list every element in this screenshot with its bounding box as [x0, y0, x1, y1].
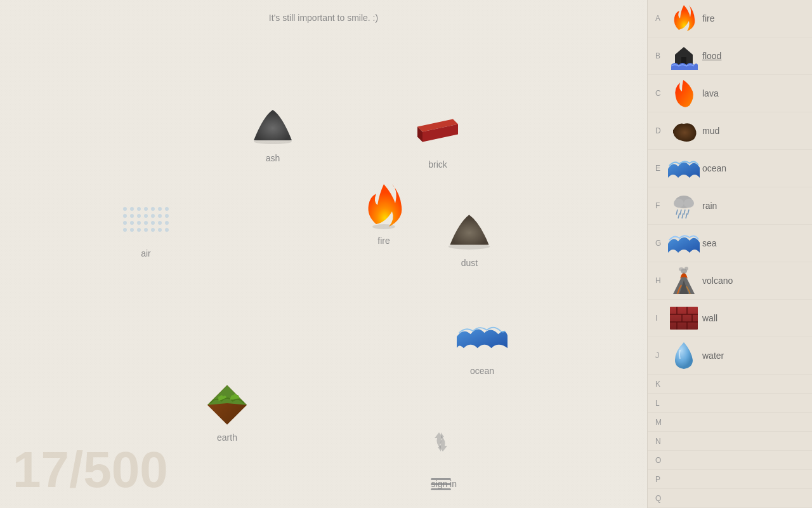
- sidebar-letter-h: H: [655, 276, 668, 285]
- sidebar-rain-icon: [668, 190, 700, 222]
- brick-label: brick: [428, 159, 447, 170]
- sidebar-letter-l: L: [655, 399, 668, 408]
- sidebar-fire-icon: [668, 3, 700, 34]
- sign-in-button[interactable]: sign in: [431, 479, 457, 489]
- recycle-button[interactable]: [425, 429, 457, 457]
- svg-line-11: [678, 213, 679, 218]
- svg-line-9: [684, 210, 685, 215]
- fire-canvas-label: fire: [377, 236, 390, 246]
- sidebar-sea-label: sea: [702, 238, 717, 248]
- sidebar-item-lava[interactable]: C lava: [648, 75, 812, 112]
- sidebar-volcano-icon: [668, 265, 700, 297]
- ash-icon: [247, 98, 298, 149]
- sidebar-letter-a: A: [655, 14, 668, 23]
- svg-point-1: [372, 224, 395, 229]
- svg-line-13: [686, 213, 687, 218]
- sidebar-item-wall[interactable]: I: [648, 300, 812, 337]
- sidebar-item-flood[interactable]: B flood: [648, 37, 812, 75]
- brick-icon: [412, 105, 463, 156]
- score-counter: 17/500: [13, 444, 168, 495]
- sidebar-item-mud[interactable]: D mud: [648, 112, 812, 150]
- sidebar-item-q[interactable]: Q: [648, 489, 812, 508]
- sidebar-sea-icon: [668, 227, 700, 259]
- air-icon: [121, 194, 171, 244]
- svg-line-10: [688, 210, 689, 215]
- svg-point-6: [684, 199, 694, 208]
- sidebar-letter-j: J: [655, 351, 668, 360]
- sidebar-item-n[interactable]: N: [648, 432, 812, 451]
- sidebar-ocean-label: ocean: [702, 163, 726, 173]
- sidebar-flood-icon: [668, 40, 700, 72]
- svg-point-15: [679, 267, 684, 271]
- ash-label: ash: [266, 153, 280, 163]
- dust-icon: [444, 203, 495, 254]
- sidebar-letter-q: Q: [655, 494, 668, 503]
- sidebar-letter-n: N: [655, 437, 668, 446]
- sidebar-letter-f: F: [655, 201, 668, 210]
- svg-point-16: [684, 267, 688, 271]
- sidebar-lava-icon: [668, 77, 700, 109]
- sidebar-flood-label: flood: [702, 51, 721, 61]
- sidebar-letter-e: E: [655, 164, 668, 173]
- sidebar-letter-i: I: [655, 314, 668, 323]
- main-canvas: ash air: [0, 0, 647, 508]
- fire-canvas-icon: [358, 181, 409, 232]
- element-ash[interactable]: ash: [247, 98, 298, 163]
- sidebar-item-m[interactable]: M: [648, 413, 812, 432]
- ocean-canvas-label: ocean: [470, 366, 494, 376]
- element-air[interactable]: air: [121, 194, 171, 258]
- sidebar-letter-k: K: [655, 380, 668, 389]
- element-dust[interactable]: dust: [444, 203, 495, 268]
- sidebar-ocean-icon: [668, 152, 700, 184]
- sidebar-letter-b: B: [655, 51, 668, 60]
- sidebar-item-rain[interactable]: F rain: [648, 187, 812, 225]
- sidebar-letter-o: O: [655, 456, 668, 465]
- element-earth[interactable]: earth: [202, 378, 252, 443]
- sidebar-rain-label: rain: [702, 201, 717, 211]
- sidebar-item-sea[interactable]: G sea: [648, 225, 812, 262]
- svg-line-12: [682, 213, 683, 218]
- svg-line-8: [680, 210, 681, 215]
- sidebar-wall-label: wall: [702, 313, 717, 323]
- sidebar-water-icon: [668, 340, 700, 371]
- earth-icon: [202, 378, 252, 429]
- sidebar-letter-m: M: [655, 418, 668, 427]
- sidebar-item-water[interactable]: J water: [648, 337, 812, 375]
- sidebar-item-fire[interactable]: A fire: [648, 0, 812, 37]
- element-fire[interactable]: fire: [358, 181, 409, 246]
- sidebar-item-k[interactable]: K: [648, 375, 812, 394]
- svg-rect-17: [670, 307, 698, 330]
- earth-label: earth: [217, 432, 237, 443]
- ocean-canvas-icon: [457, 311, 508, 362]
- sidebar-mud-label: mud: [702, 126, 719, 136]
- svg-point-5: [674, 199, 684, 208]
- sidebar-lava-label: lava: [702, 88, 719, 98]
- dust-label: dust: [461, 258, 478, 268]
- element-ocean[interactable]: ocean: [457, 311, 508, 376]
- sidebar-volcano-label: volcano: [702, 276, 733, 286]
- sidebar-letter-p: P: [655, 475, 668, 484]
- element-brick[interactable]: brick: [412, 105, 463, 170]
- sidebar-letter-c: C: [655, 89, 668, 98]
- sidebar-item-volcano[interactable]: H volcano: [648, 262, 812, 300]
- sidebar-mud-icon: [668, 115, 700, 147]
- sidebar-item-p[interactable]: P: [648, 470, 812, 489]
- sidebar-item-l[interactable]: L: [648, 394, 812, 413]
- svg-line-7: [676, 210, 678, 215]
- sidebar-item-o[interactable]: O: [648, 451, 812, 470]
- sidebar-wall-icon: [668, 302, 700, 334]
- sidebar-water-label: water: [702, 351, 724, 361]
- air-label: air: [141, 248, 151, 258]
- sidebar-letter-g: G: [655, 239, 668, 248]
- elements-sidebar: A fire B: [647, 0, 812, 508]
- sidebar-item-ocean[interactable]: E ocean: [648, 150, 812, 187]
- sidebar-letter-d: D: [655, 126, 668, 135]
- sidebar-fire-label: fire: [702, 13, 714, 23]
